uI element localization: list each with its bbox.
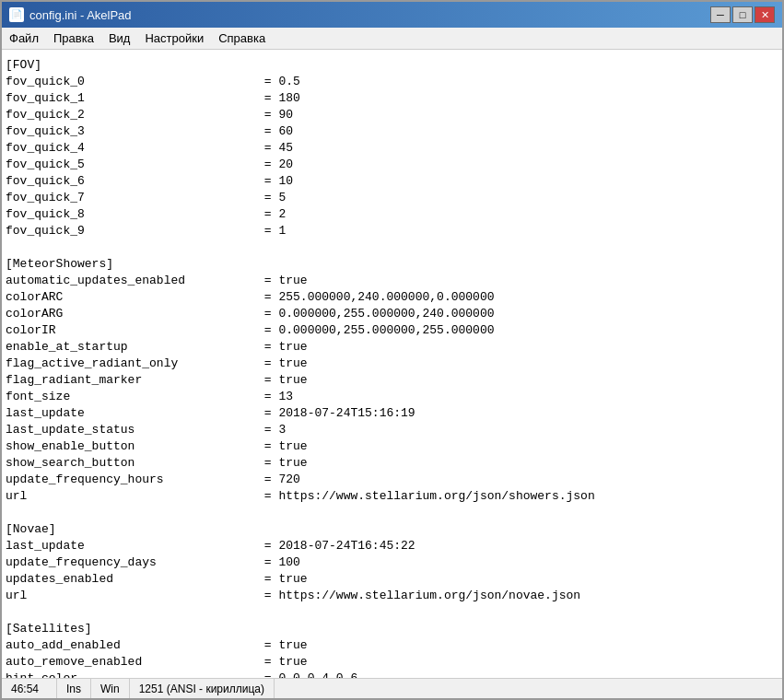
status-encoding: 1251 (ANSI - кириллица) [130,679,275,698]
editor-scroll-area[interactable]: last_update = 2018-07-25T16:16:48 temper… [2,50,782,678]
editor-text[interactable]: last_update = 2018-07-25T16:16:48 temper… [6,50,778,678]
status-insert-mode: Ins [57,679,91,698]
menu-help[interactable]: Справка [211,29,273,48]
status-win: Win [91,679,130,698]
title-bar: 📄 config.ini - AkelPad ─ □ ✕ [2,2,782,28]
menu-edit[interactable]: Правка [46,29,101,48]
title-bar-left: 📄 config.ini - AkelPad [9,7,132,22]
maximize-button[interactable]: □ [732,6,753,23]
menu-file[interactable]: Файл [2,29,46,48]
menu-view[interactable]: Вид [101,29,138,48]
status-bar: 46:54 Ins Win 1251 (ANSI - кириллица) [2,678,782,698]
status-position: 46:54 [2,679,57,698]
app-icon: 📄 [9,7,24,22]
close-button[interactable]: ✕ [755,6,775,23]
window-title: config.ini - AkelPad [29,8,132,22]
window-controls: ─ □ ✕ [710,6,775,23]
editor-container: last_update = 2018-07-25T16:16:48 temper… [2,50,782,678]
menu-settings[interactable]: Настройки [137,29,211,48]
minimize-button[interactable]: ─ [710,6,731,23]
main-window: 📄 config.ini - AkelPad ─ □ ✕ Файл Правка… [0,0,784,700]
menu-bar: Файл Правка Вид Настройки Справка [2,28,782,50]
